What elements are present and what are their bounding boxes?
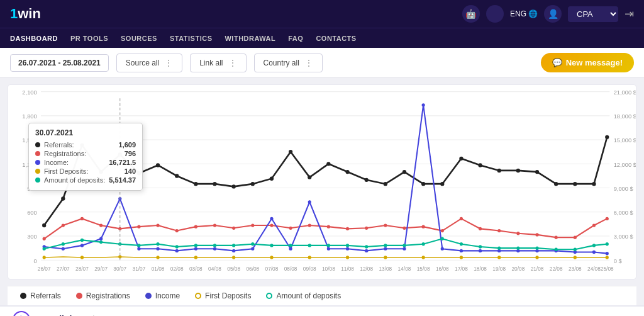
svg-point-55 [42,223,46,227]
svg-point-70 [326,162,330,166]
logout-button[interactable]: ⇥ [625,7,634,21]
svg-point-133 [346,247,349,251]
svg-text:15/08: 15/08 [417,266,430,272]
svg-point-152 [194,256,197,259]
svg-text:9,000 $: 9,000 $ [614,185,634,192]
legend-referrals[interactable]: Referrals [20,291,61,300]
nav-item-statistics[interactable]: STATISTICS [170,35,213,42]
svg-text:01/08: 01/08 [152,266,165,272]
svg-point-130 [289,247,292,251]
chart-tooltip: 30.07.2021 Referrals: 1,609 Registration… [28,123,143,191]
svg-point-175 [251,242,254,245]
svg-point-136 [402,247,406,251]
legend-label-deposits: Amount of deposits [276,291,341,300]
svg-point-181 [365,245,368,248]
source-filter-button[interactable]: Source all ⋮ [116,54,182,72]
svg-point-85 [605,135,609,139]
legend-dot-registrations [76,293,82,299]
tooltip-value-income: 16,721.5 [109,159,136,166]
svg-point-104 [384,223,387,227]
svg-point-183 [402,244,406,247]
new-message-button[interactable]: 💬 New message! [541,53,634,72]
legend-label-registrations: Registrations [86,291,130,300]
nav-item-prtools[interactable]: PR TOOLS [70,35,108,42]
svg-point-191 [555,248,558,251]
svg-point-192 [574,248,577,251]
svg-text:07/08: 07/08 [265,266,279,272]
lang-button[interactable]: ENG 🌐 [510,9,538,18]
svg-text:12/08: 12/08 [360,266,373,272]
link-filter-button[interactable]: Link all ⋮ [190,54,246,72]
tooltip-dot-deposits [35,178,40,183]
svg-point-56 [61,196,65,200]
svg-point-131 [308,200,311,203]
svg-point-79 [497,169,501,172]
svg-point-151 [156,256,159,259]
clock-icon: ⏱ [13,311,30,316]
svg-point-178 [308,244,311,247]
svg-text:1,800: 1,800 [22,113,36,120]
svg-point-172 [194,244,197,247]
svg-point-75 [421,182,425,186]
tooltip-value-referrals: 1,609 [119,141,136,149]
svg-point-170 [156,242,159,245]
tooltip-label-income: Income: [44,159,105,166]
legend-firstdeposits[interactable]: First Deposits [195,291,251,300]
svg-point-154 [270,256,273,259]
svg-point-176 [270,244,273,247]
svg-point-126 [213,247,216,251]
source-filter-dots: ⋮ [164,58,173,68]
legend-registrations[interactable]: Registrations [76,291,130,300]
user-icon[interactable]: 👤 [544,5,562,23]
svg-text:0 $: 0 $ [614,257,623,264]
svg-point-78 [478,163,482,167]
apple-icon[interactable] [486,5,504,23]
svg-point-113 [555,235,558,239]
svg-point-164 [43,247,46,251]
svg-text:14/08: 14/08 [398,266,411,272]
svg-text:17/08: 17/08 [455,266,468,272]
svg-point-134 [365,249,368,252]
message-icon: 💬 [552,58,562,67]
country-filter-button[interactable]: Country all ⋮ [254,54,323,72]
date-range-button[interactable]: 26.07.2021 - 25.08.2021 [10,54,109,72]
nav-item-sources[interactable]: SOURCES [121,35,157,42]
nav-item-dashboard[interactable]: DASHBOARD [10,35,58,42]
svg-point-101 [327,225,330,229]
svg-point-95 [213,223,216,227]
link-filter-dots: ⋮ [228,58,237,68]
svg-text:27/07: 27/07 [57,266,70,272]
svg-point-74 [402,170,406,174]
svg-point-165 [62,242,65,245]
svg-point-89 [99,223,103,227]
period-label[interactable]: For all time [38,314,85,317]
svg-point-146 [592,251,596,254]
nav-item-faq[interactable]: FAQ [288,35,303,42]
nav-item-contacts[interactable]: CONTACTS [316,35,356,42]
legend-deposits[interactable]: Amount of deposits [266,291,341,300]
tooltip-row-firstdeposits: First Deposits: 140 [35,167,136,175]
svg-point-71 [345,170,349,174]
nav-item-withdrawal[interactable]: WITHDRAWAL [225,35,275,42]
svg-point-135 [384,247,387,251]
tooltip-date: 30.07.2021 [35,128,136,137]
tooltip-label-registrations: Registrations: [44,150,121,157]
android-icon[interactable]: 🤖 [462,5,480,23]
legend-income[interactable]: Income [145,291,180,300]
svg-point-171 [175,245,179,248]
svg-point-118 [62,247,65,251]
svg-point-163 [606,256,609,259]
tooltip-value-registrations: 796 [125,150,136,157]
svg-point-169 [137,244,140,247]
svg-point-69 [308,175,311,179]
svg-point-84 [592,182,596,186]
svg-point-147 [606,252,609,255]
svg-point-94 [194,225,197,229]
cpa-select[interactable]: CPA [568,6,618,22]
svg-point-82 [554,182,558,186]
main-nav: DASHBOARD PR TOOLS SOURCES STATISTICS WI… [0,28,644,48]
svg-point-81 [535,170,539,174]
tooltip-row-deposits: Amount of deposits: 5,514.37 [35,176,136,184]
toolbar: 26.07.2021 - 25.08.2021 Source all ⋮ Lin… [0,48,644,78]
svg-point-161 [535,256,538,259]
